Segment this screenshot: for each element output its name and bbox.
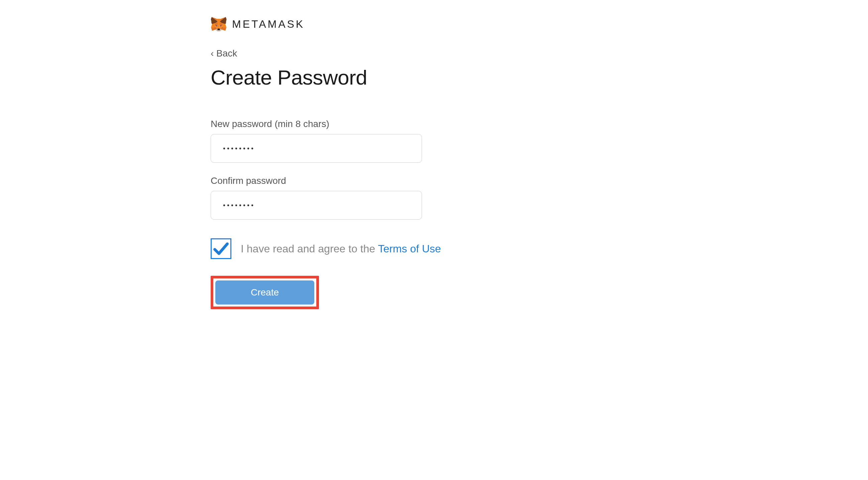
terms-text: I have read and agree to the Terms of Us… (241, 243, 441, 255)
confirm-password-input[interactable] (211, 191, 422, 220)
new-password-input[interactable] (211, 134, 422, 163)
page-title: Create Password (211, 65, 868, 89)
chevron-left-icon: ‹ (211, 48, 216, 59)
terms-checkbox[interactable] (211, 238, 231, 259)
brand-name: METAMASK (232, 18, 305, 30)
terms-row: I have read and agree to the Terms of Us… (211, 238, 868, 259)
terms-of-use-link[interactable]: Terms of Use (378, 243, 441, 255)
svg-marker-23 (217, 28, 220, 30)
create-button-highlight: Create (211, 276, 319, 309)
confirm-password-group: Confirm password (211, 175, 868, 220)
main-content: METAMASK ‹ Back Create Password New pass… (0, 0, 868, 309)
brand-logo: METAMASK (211, 16, 868, 32)
check-icon (213, 240, 229, 257)
confirm-password-label: Confirm password (211, 175, 868, 186)
metamask-fox-icon (211, 16, 227, 32)
new-password-group: New password (min 8 chars) (211, 119, 868, 163)
new-password-label: New password (min 8 chars) (211, 119, 868, 129)
create-button[interactable]: Create (215, 281, 314, 305)
back-link[interactable]: ‹ Back (211, 48, 237, 59)
